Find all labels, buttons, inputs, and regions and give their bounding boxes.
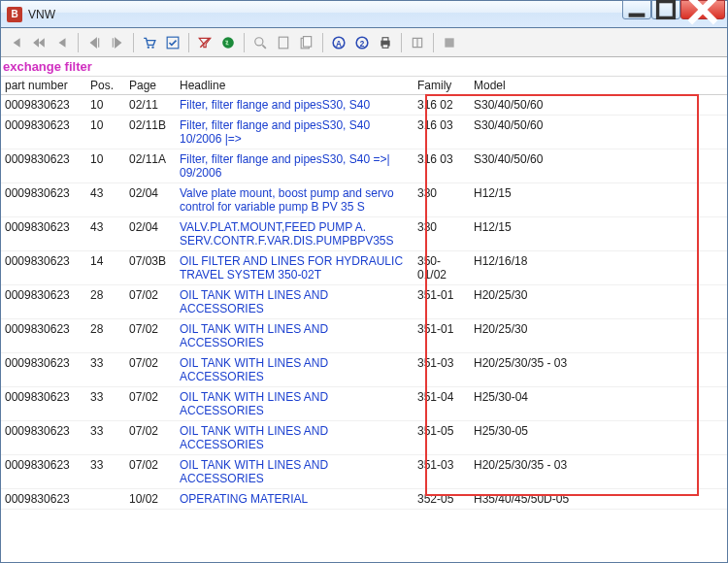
svg-rect-6 (167, 37, 179, 49)
col-family[interactable]: Family (414, 77, 470, 95)
no-filter-icon[interactable] (194, 32, 215, 53)
cell-pos: 33 (86, 387, 125, 421)
results-table: part number Pos. Page Headline Family Mo… (1, 77, 727, 510)
skip-back-icon[interactable] (83, 32, 105, 53)
table-row[interactable]: 00098306232807/02OIL TANK WITH LINES AND… (1, 285, 727, 319)
skip-fwd-icon[interactable] (107, 32, 128, 53)
cell-page: 07/03B (125, 251, 176, 285)
cell-headline: Valve plate mount, boost pump and servo … (176, 183, 414, 217)
table-row[interactable]: 00098306231002/11Filter, filter flange a… (1, 95, 727, 116)
cell-pos (86, 489, 125, 510)
toolbar-sep (322, 33, 323, 52)
window-buttons (622, 0, 725, 19)
pages-icon[interactable] (296, 32, 317, 53)
cell-model: H12/15 (470, 183, 727, 217)
cell-headline: OIL TANK WITH LINES AND ACCESSORIES (176, 387, 414, 421)
book-icon[interactable] (407, 32, 428, 53)
toolbar-sep (133, 33, 134, 52)
col-part-number[interactable]: part number (1, 77, 86, 95)
col-headline[interactable]: Headline (176, 77, 414, 95)
cell-model: H20/25/30 (470, 319, 727, 353)
cell-model: H35/40/45/50D-05 (470, 489, 727, 510)
cell-part-number: 0009830623 (1, 217, 86, 251)
cell-part-number: 0009830623 (1, 455, 86, 489)
cell-family: 350-01/02 (414, 251, 470, 285)
cell-model: H12/15 (470, 217, 727, 251)
print-icon[interactable] (375, 32, 396, 53)
cell-family: 351-03 (414, 455, 470, 489)
close-button[interactable] (680, 0, 725, 19)
cell-family: 316 02 (414, 95, 470, 116)
cell-part-number: 0009830623 (1, 353, 86, 387)
cell-pos: 28 (86, 319, 125, 353)
table-row[interactable]: 00098306231002/11AFilter, filter flange … (1, 149, 727, 183)
cell-part-number: 0009830623 (1, 489, 86, 510)
globe-icon[interactable] (217, 32, 239, 53)
cell-page: 07/02 (125, 421, 176, 455)
table-row[interactable]: 00098306234302/04Valve plate mount, boos… (1, 183, 727, 217)
svg-rect-1 (658, 2, 675, 18)
first-record-icon[interactable] (5, 32, 26, 53)
table-row[interactable]: 00098306233307/02OIL TANK WITH LINES AND… (1, 455, 727, 489)
cell-page: 07/02 (125, 319, 176, 353)
zoom-icon[interactable] (249, 32, 271, 53)
cell-part-number: 0009830623 (1, 319, 86, 353)
cart-icon[interactable] (139, 32, 160, 53)
table-row[interactable]: 000983062310/02OPERATING MATERIAL352-05H… (1, 489, 727, 510)
prev-record-icon[interactable] (51, 32, 73, 53)
stop-icon[interactable] (439, 32, 460, 53)
cell-headline: OIL TANK WITH LINES AND ACCESSORIES (176, 319, 414, 353)
table-row[interactable]: 00098306233307/02OIL TANK WITH LINES AND… (1, 387, 727, 421)
cell-family: 351-05 (414, 421, 470, 455)
col-model[interactable]: Model (470, 77, 727, 95)
fast-back-icon[interactable] (28, 32, 50, 53)
svg-text:2: 2 (360, 39, 365, 48)
svg-rect-20 (382, 44, 388, 48)
cell-model: H12/16/18 (470, 251, 727, 285)
target-a-icon[interactable]: A (328, 32, 349, 53)
cell-headline: OIL FILTER AND LINES FOR HYDRAULIC TRAVE… (176, 251, 414, 285)
table-row[interactable]: 00098306231407/03BOIL FILTER AND LINES F… (1, 251, 727, 285)
toolbar-sep (433, 33, 434, 52)
cell-family: 316 03 (414, 149, 470, 183)
app-window: B VNW A 2 (0, 0, 728, 563)
cell-page: 10/02 (125, 489, 176, 510)
cell-model: H25/30-05 (470, 421, 727, 455)
cell-page: 02/11A (125, 149, 176, 183)
page-icon[interactable] (273, 32, 294, 53)
cell-page: 07/02 (125, 285, 176, 319)
cell-part-number: 0009830623 (1, 251, 86, 285)
window-title: VNW (28, 8, 725, 21)
svg-text:A: A (336, 39, 342, 48)
cell-page: 02/04 (125, 217, 176, 251)
cell-part-number: 0009830623 (1, 387, 86, 421)
cell-pos: 28 (86, 285, 125, 319)
cell-pos: 43 (86, 217, 125, 251)
col-page[interactable]: Page (125, 77, 176, 95)
minimize-button[interactable] (622, 0, 651, 19)
checklist-icon[interactable] (162, 32, 183, 53)
cell-family: 330 (414, 183, 470, 217)
table-row[interactable]: 00098306232807/02OIL TANK WITH LINES AND… (1, 319, 727, 353)
cell-page: 02/04 (125, 183, 176, 217)
col-pos[interactable]: Pos. (86, 77, 125, 95)
cell-headline: Filter, filter flange and pipesS30, S40 (176, 95, 414, 116)
cell-family: 351-04 (414, 387, 470, 421)
cell-headline: OIL TANK WITH LINES AND ACCESSORIES (176, 285, 414, 319)
toolbar-sep (401, 33, 402, 52)
table-row[interactable]: 00098306231002/11BFilter, filter flange … (1, 116, 727, 149)
table-row[interactable]: 00098306234302/04VALV.PLAT.MOUNT,FEED PU… (1, 217, 727, 251)
maximize-button[interactable] (651, 0, 680, 19)
cell-model: S30/40/50/60 (470, 95, 727, 116)
target-2-icon[interactable]: 2 (351, 32, 373, 53)
table-row[interactable]: 00098306233307/02OIL TANK WITH LINES AND… (1, 421, 727, 455)
svg-line-10 (262, 45, 266, 49)
table-row[interactable]: 00098306233307/02OIL TANK WITH LINES AND… (1, 353, 727, 387)
results-grid[interactable]: part number Pos. Page Headline Family Mo… (1, 77, 727, 562)
svg-point-5 (151, 46, 153, 48)
cell-headline: VALV.PLAT.MOUNT,FEED PUMP A. SERV.CONTR.… (176, 217, 414, 251)
cell-model: H20/25/30 (470, 285, 727, 319)
cell-model: S30/40/50/60 (470, 149, 727, 183)
cell-family: 351-01 (414, 285, 470, 319)
cell-model: H20/25/30/35 - 03 (470, 353, 727, 387)
